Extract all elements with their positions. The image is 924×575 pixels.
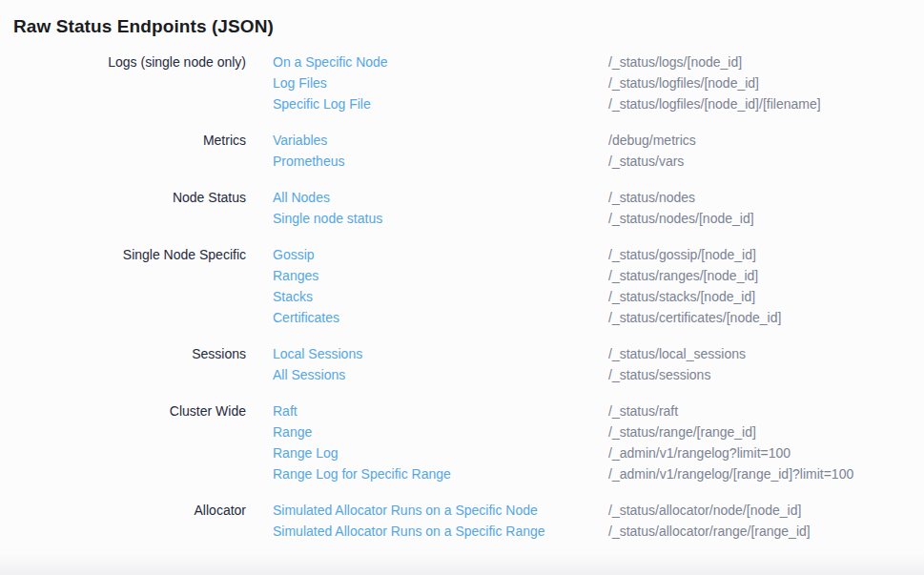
endpoint-row: Simulated Allocator Runs on a Specific N… bbox=[273, 500, 811, 521]
endpoint-group-metrics: Metrics Variables /debug/metrics Prometh… bbox=[0, 130, 924, 172]
endpoint-group-single-node-specific: Single Node Specific Gossip /_status/gos… bbox=[0, 244, 924, 328]
endpoint-path: /_admin/v1/rangelog?limit=100 bbox=[608, 442, 791, 463]
endpoint-group-allocator: Allocator Simulated Allocator Runs on a … bbox=[0, 500, 924, 542]
endpoint-row: Stacks /_status/stacks/[node_id] bbox=[273, 286, 781, 307]
endpoint-link[interactable]: Range Log bbox=[273, 442, 608, 463]
endpoint-path: /_status/nodes/[node_id] bbox=[608, 208, 754, 229]
endpoint-link[interactable]: Prometheus bbox=[273, 151, 608, 172]
endpoint-path: /_admin/v1/rangelog/[range_id]?limit=100 bbox=[608, 463, 853, 484]
endpoint-row: Variables /debug/metrics bbox=[273, 130, 696, 151]
endpoint-path: /_status/raft bbox=[608, 400, 678, 421]
endpoint-row: Prometheus /_status/vars bbox=[273, 151, 696, 172]
endpoint-path: /debug/metrics bbox=[608, 130, 696, 151]
endpoint-row: Simulated Allocator Runs on a Specific R… bbox=[273, 521, 811, 542]
endpoint-path: /_status/nodes bbox=[608, 187, 695, 208]
endpoint-path: /_status/stacks/[node_id] bbox=[608, 286, 755, 307]
endpoint-group-sessions: Sessions Local Sessions /_status/local_s… bbox=[0, 343, 924, 385]
endpoint-link[interactable]: Ranges bbox=[273, 265, 608, 286]
endpoint-path: /_status/logfiles/[node_id] bbox=[608, 72, 759, 93]
endpoint-entries: Gossip /_status/gossip/[node_id] Ranges … bbox=[273, 244, 781, 328]
endpoint-row: Ranges /_status/ranges/[node_id] bbox=[273, 265, 781, 286]
category-label: Cluster Wide bbox=[0, 400, 246, 421]
endpoint-link[interactable]: Specific Log File bbox=[273, 93, 608, 114]
endpoint-entries: On a Specific Node /_status/logs/[node_i… bbox=[273, 51, 821, 114]
endpoint-link[interactable]: All Nodes bbox=[273, 187, 608, 208]
endpoint-row: All Nodes /_status/nodes bbox=[273, 187, 754, 208]
endpoint-path: /_status/logfiles/[node_id]/[filename] bbox=[608, 93, 821, 114]
endpoint-link[interactable]: Log Files bbox=[273, 72, 608, 93]
endpoint-link[interactable]: Stacks bbox=[273, 286, 608, 307]
endpoint-path: /_status/range/[range_id] bbox=[608, 421, 756, 442]
endpoint-group-logs: Logs (single node only) On a Specific No… bbox=[0, 51, 924, 114]
endpoint-row: Range /_status/range/[range_id] bbox=[273, 421, 853, 442]
endpoint-link[interactable]: Range Log for Specific Range bbox=[273, 463, 608, 484]
endpoint-row: Log Files /_status/logfiles/[node_id] bbox=[273, 72, 821, 93]
category-label: Logs (single node only) bbox=[0, 51, 246, 72]
category-label: Sessions bbox=[0, 343, 246, 364]
endpoint-group-cluster-wide: Cluster Wide Raft /_status/raft Range /_… bbox=[0, 400, 924, 484]
endpoint-link[interactable]: Simulated Allocator Runs on a Specific R… bbox=[273, 521, 608, 542]
endpoint-path: /_status/vars bbox=[608, 151, 684, 172]
endpoint-link[interactable]: All Sessions bbox=[273, 364, 608, 385]
endpoint-path: /_status/sessions bbox=[608, 364, 710, 385]
endpoint-path: /_status/logs/[node_id] bbox=[608, 51, 742, 72]
endpoint-link[interactable]: Simulated Allocator Runs on a Specific N… bbox=[273, 500, 608, 521]
category-label: Allocator bbox=[0, 500, 246, 521]
endpoint-link[interactable]: Certificates bbox=[273, 307, 608, 328]
endpoint-entries: Local Sessions /_status/local_sessions A… bbox=[273, 343, 746, 385]
raw-status-endpoint-list: Logs (single node only) On a Specific No… bbox=[0, 51, 924, 542]
endpoint-row: Certificates /_status/certificates/[node… bbox=[273, 307, 781, 328]
endpoint-link[interactable]: Local Sessions bbox=[273, 343, 608, 364]
endpoint-path: /_status/allocator/node/[node_id] bbox=[608, 500, 801, 521]
endpoint-row: Range Log /_admin/v1/rangelog?limit=100 bbox=[273, 442, 853, 463]
endpoint-path: /_status/gossip/[node_id] bbox=[608, 244, 756, 265]
endpoint-path: /_status/ranges/[node_id] bbox=[608, 265, 758, 286]
endpoint-row: Specific Log File /_status/logfiles/[nod… bbox=[273, 93, 821, 114]
endpoint-path: /_status/local_sessions bbox=[608, 343, 746, 364]
endpoint-row: Local Sessions /_status/local_sessions bbox=[273, 343, 746, 364]
endpoint-path: /_status/certificates/[node_id] bbox=[608, 307, 781, 328]
category-label: Single Node Specific bbox=[0, 244, 246, 265]
category-label: Metrics bbox=[0, 130, 246, 151]
endpoint-entries: Simulated Allocator Runs on a Specific N… bbox=[273, 500, 811, 542]
endpoint-link[interactable]: Range bbox=[273, 421, 608, 442]
category-label: Node Status bbox=[0, 187, 246, 208]
endpoint-row: Range Log for Specific Range /_admin/v1/… bbox=[273, 463, 853, 484]
endpoint-row: Single node status /_status/nodes/[node_… bbox=[273, 208, 754, 229]
endpoint-group-node-status: Node Status All Nodes /_status/nodes Sin… bbox=[0, 187, 924, 229]
endpoint-entries: All Nodes /_status/nodes Single node sta… bbox=[273, 187, 754, 229]
endpoint-entries: Raft /_status/raft Range /_status/range/… bbox=[273, 400, 853, 484]
endpoint-row: Gossip /_status/gossip/[node_id] bbox=[273, 244, 781, 265]
endpoint-link[interactable]: Gossip bbox=[273, 244, 608, 265]
bottom-fade bbox=[0, 552, 924, 575]
endpoint-row: On a Specific Node /_status/logs/[node_i… bbox=[273, 51, 821, 72]
page-title: Raw Status Endpoints (JSON) bbox=[0, 0, 924, 40]
endpoint-link[interactable]: Raft bbox=[273, 400, 608, 421]
endpoint-link[interactable]: Single node status bbox=[273, 208, 608, 229]
endpoint-link[interactable]: On a Specific Node bbox=[273, 51, 608, 72]
endpoint-entries: Variables /debug/metrics Prometheus /_st… bbox=[273, 130, 696, 172]
endpoint-row: Raft /_status/raft bbox=[273, 400, 853, 421]
endpoint-row: All Sessions /_status/sessions bbox=[273, 364, 746, 385]
endpoint-link[interactable]: Variables bbox=[273, 130, 608, 151]
endpoint-path: /_status/allocator/range/[range_id] bbox=[608, 521, 811, 542]
